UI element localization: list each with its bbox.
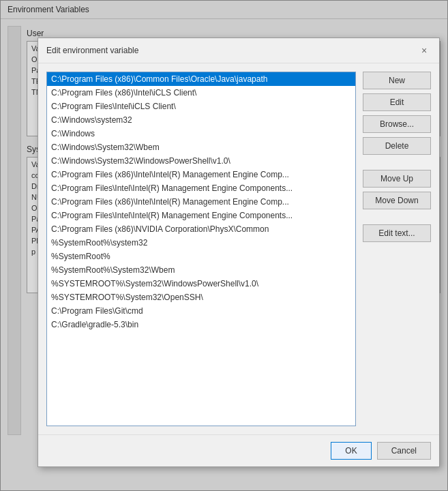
list-item[interactable]: C:\Program Files (x86)\Intel\Intel(R) Ma… — [47, 195, 355, 209]
list-item[interactable]: C:\Program Files\Intel\iCLS Client\ — [47, 100, 355, 113]
list-item[interactable]: %SystemRoot% — [47, 250, 355, 263]
edit-text-button[interactable]: Edit text... — [363, 224, 431, 242]
modal-title: Edit environment variable — [46, 46, 138, 55]
list-item[interactable]: C:\Windows\System32\WindowsPowerShell\v1… — [47, 154, 355, 168]
cancel-button[interactable]: Cancel — [377, 442, 431, 460]
list-item[interactable]: %SYSTEMROOT%\System32\WindowsPowerShell\… — [47, 277, 355, 291]
list-item[interactable]: C:\Program Files\Intel\Intel(R) Manageme… — [47, 209, 355, 222]
edit-env-var-dialog: Edit environment variable × C:\Program F… — [38, 38, 440, 467]
modal-footer: OK Cancel — [38, 434, 439, 466]
list-item[interactable]: C:\Program Files (x86)\Intel\Intel(R) Ma… — [47, 168, 355, 181]
list-item[interactable]: C:\Windows\system32 — [47, 113, 355, 127]
list-item[interactable]: C:\Program Files\Git\cmd — [47, 304, 355, 318]
move-down-button[interactable]: Move Down — [363, 192, 431, 209]
list-item[interactable]: C:\Gradle\gradle-5.3\bin — [47, 318, 355, 331]
close-button[interactable]: × — [417, 44, 431, 57]
list-item[interactable]: %SystemRoot%\System32\Wbem — [47, 263, 355, 277]
env-var-list[interactable]: C:\Program Files (x86)\Common Files\Orac… — [46, 72, 356, 426]
list-item[interactable]: C:\Windows — [47, 127, 355, 140]
new-button[interactable]: New — [363, 72, 431, 89]
ok-button[interactable]: OK — [331, 442, 371, 460]
modal-title-bar: Edit environment variable × — [38, 38, 439, 63]
list-item[interactable]: C:\Program Files (x86)\Intel\iCLS Client… — [47, 86, 355, 100]
edit-button[interactable]: Edit — [363, 93, 431, 111]
buttons-panel: New Edit Browse... Delete Move Up Move D… — [363, 72, 431, 426]
move-up-button[interactable]: Move Up — [363, 170, 431, 188]
list-item[interactable]: C:\Program Files (x86)\Common Files\Orac… — [47, 72, 355, 86]
list-item[interactable]: %SYSTEMROOT%\System32\OpenSSH\ — [47, 291, 355, 304]
list-item[interactable]: %SystemRoot%\system32 — [47, 236, 355, 250]
list-item[interactable]: C:\Program Files\Intel\Intel(R) Manageme… — [47, 181, 355, 195]
delete-button[interactable]: Delete — [363, 137, 431, 155]
list-item[interactable]: C:\Windows\System32\Wbem — [47, 140, 355, 154]
list-item[interactable]: C:\Program Files (x86)\NVIDIA Corporatio… — [47, 222, 355, 236]
modal-body: C:\Program Files (x86)\Common Files\Orac… — [38, 63, 439, 434]
browse-button[interactable]: Browse... — [363, 115, 431, 133]
